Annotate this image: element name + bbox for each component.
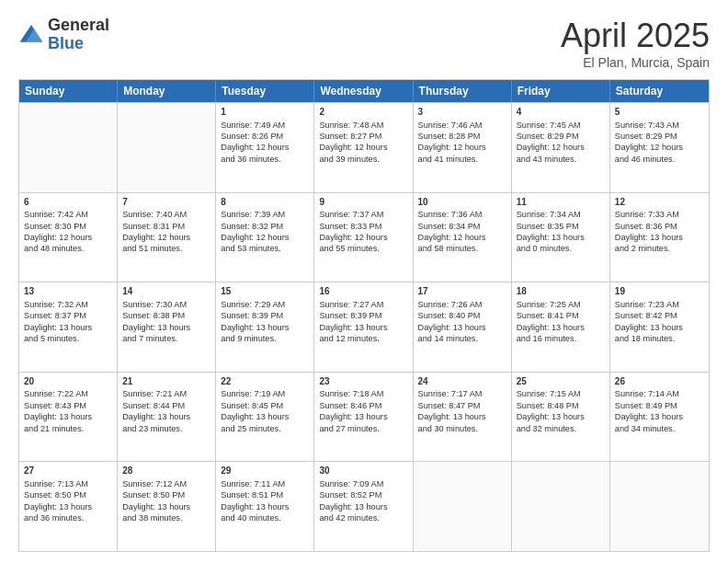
sunset-text: Sunset: 8:43 PM [24, 401, 86, 410]
sunset-text: Sunset: 8:39 PM [319, 311, 381, 320]
sunset-text: Sunset: 8:29 PM [615, 132, 677, 141]
day-number: 8 [221, 196, 309, 209]
daylight-text-2: and 36 minutes. [24, 513, 84, 523]
daylight-text-1: Daylight: 13 hours [319, 323, 387, 332]
sunset-text: Sunset: 8:47 PM [418, 401, 481, 410]
daylight-text-1: Daylight: 12 hours [122, 233, 190, 242]
sunrise-text: Sunrise: 7:49 AM [221, 121, 285, 130]
sunrise-text: Sunrise: 7:36 AM [418, 210, 483, 219]
daylight-text-1: Daylight: 13 hours [24, 323, 92, 332]
sunset-text: Sunset: 8:40 PM [418, 311, 481, 320]
cal-cell-r0-c0 [19, 103, 118, 192]
daylight-text-1: Daylight: 12 hours [221, 233, 289, 242]
day-number: 14 [122, 285, 210, 298]
daylight-text-1: Daylight: 13 hours [319, 502, 387, 511]
daylight-text-1: Daylight: 12 hours [319, 143, 387, 152]
cal-cell-r2-c1: 14Sunrise: 7:30 AMSunset: 8:38 PMDayligh… [118, 282, 216, 372]
cal-cell-r0-c4: 3Sunrise: 7:46 AMSunset: 8:28 PMDaylight… [414, 103, 512, 192]
cal-cell-r3-c3: 23Sunrise: 7:18 AMSunset: 8:46 PMDayligh… [314, 373, 413, 462]
logo-general: General [48, 17, 109, 35]
sunset-text: Sunset: 8:27 PM [319, 132, 381, 141]
day-number: 11 [517, 196, 605, 209]
sunrise-text: Sunrise: 7:12 AM [122, 479, 187, 488]
cal-cell-r4-c1: 28Sunrise: 7:12 AMSunset: 8:50 PMDayligh… [118, 462, 216, 551]
cal-header-monday: Monday [118, 80, 216, 102]
cal-cell-r3-c4: 24Sunrise: 7:17 AMSunset: 8:47 PMDayligh… [414, 373, 512, 462]
daylight-text-2: and 42 minutes. [319, 513, 379, 523]
sunrise-text: Sunrise: 7:37 AM [319, 210, 383, 219]
daylight-text-1: Daylight: 13 hours [517, 323, 585, 332]
day-number: 15 [221, 285, 309, 298]
sunset-text: Sunset: 8:28 PM [418, 132, 481, 141]
main-title: April 2025 [561, 17, 710, 55]
day-number: 24 [418, 375, 506, 388]
daylight-text-2: and 12 minutes. [319, 334, 379, 343]
daylight-text-2: and 7 minutes. [122, 334, 177, 343]
sunrise-text: Sunrise: 7:32 AM [24, 300, 88, 309]
cal-cell-r4-c5 [512, 462, 610, 551]
daylight-text-2: and 9 minutes. [221, 334, 276, 343]
subtitle: El Plan, Murcia, Spain [561, 55, 710, 70]
daylight-text-1: Daylight: 13 hours [517, 233, 585, 242]
daylight-text-1: Daylight: 13 hours [615, 323, 683, 332]
day-number: 18 [517, 285, 605, 298]
daylight-text-2: and 27 minutes. [319, 424, 379, 433]
daylight-text-1: Daylight: 13 hours [418, 323, 486, 332]
day-number: 26 [615, 375, 704, 388]
daylight-text-2: and 43 minutes. [517, 155, 576, 164]
daylight-text-1: Daylight: 13 hours [221, 412, 289, 421]
cal-cell-r3-c1: 21Sunrise: 7:21 AMSunset: 8:44 PMDayligh… [118, 373, 216, 462]
sunset-text: Sunset: 8:39 PM [221, 311, 283, 320]
calendar-body: 1Sunrise: 7:49 AMSunset: 8:26 PMDaylight… [19, 102, 709, 551]
daylight-text-2: and 30 minutes. [418, 424, 478, 433]
logo-icon [18, 22, 44, 48]
daylight-text-1: Daylight: 13 hours [418, 412, 486, 421]
sunrise-text: Sunrise: 7:42 AM [24, 210, 88, 219]
cal-cell-r4-c0: 27Sunrise: 7:13 AMSunset: 8:50 PMDayligh… [19, 462, 118, 551]
sunrise-text: Sunrise: 7:15 AM [517, 389, 581, 398]
sunset-text: Sunset: 8:36 PM [615, 222, 677, 231]
cal-header-thursday: Thursday [414, 80, 512, 102]
daylight-text-2: and 14 minutes. [418, 334, 478, 343]
sunset-text: Sunset: 8:32 PM [221, 222, 283, 231]
sunrise-text: Sunrise: 7:43 AM [615, 121, 679, 130]
cal-cell-r3-c0: 20Sunrise: 7:22 AMSunset: 8:43 PMDayligh… [19, 373, 118, 462]
day-number: 9 [319, 196, 407, 209]
sunset-text: Sunset: 8:33 PM [319, 222, 381, 231]
day-number: 28 [122, 465, 210, 477]
sunrise-text: Sunrise: 7:48 AM [319, 121, 383, 130]
sunset-text: Sunset: 8:41 PM [517, 311, 579, 320]
cal-cell-r1-c4: 10Sunrise: 7:36 AMSunset: 8:34 PMDayligh… [414, 193, 512, 282]
daylight-text-1: Daylight: 12 hours [24, 233, 92, 242]
cal-cell-r0-c2: 1Sunrise: 7:49 AMSunset: 8:26 PMDaylight… [216, 103, 314, 192]
daylight-text-1: Daylight: 13 hours [221, 323, 289, 332]
cal-header-sunday: Sunday [19, 80, 118, 102]
sunrise-text: Sunrise: 7:40 AM [122, 210, 187, 219]
sunset-text: Sunset: 8:49 PM [615, 401, 677, 410]
calendar: SundayMondayTuesdayWednesdayThursdayFrid… [18, 79, 710, 552]
daylight-text-2: and 18 minutes. [615, 334, 675, 343]
sunrise-text: Sunrise: 7:25 AM [517, 300, 581, 309]
daylight-text-1: Daylight: 12 hours [221, 143, 289, 152]
daylight-text-1: Daylight: 13 hours [517, 412, 585, 421]
day-number: 21 [122, 375, 210, 388]
daylight-text-1: Daylight: 12 hours [517, 143, 585, 152]
daylight-text-1: Daylight: 13 hours [615, 233, 683, 242]
day-number: 20 [24, 375, 112, 388]
daylight-text-2: and 39 minutes. [319, 155, 379, 164]
sunrise-text: Sunrise: 7:18 AM [319, 389, 383, 398]
sunset-text: Sunset: 8:42 PM [615, 311, 677, 320]
daylight-text-1: Daylight: 12 hours [319, 233, 387, 242]
daylight-text-1: Daylight: 12 hours [418, 143, 486, 152]
day-number: 12 [615, 196, 704, 209]
day-number: 16 [319, 285, 407, 298]
daylight-text-2: and 5 minutes. [24, 334, 79, 343]
logo-text: General Blue [48, 17, 109, 53]
cal-cell-r2-c3: 16Sunrise: 7:27 AMSunset: 8:39 PMDayligh… [314, 282, 413, 372]
sunset-text: Sunset: 8:51 PM [221, 490, 283, 500]
daylight-text-2: and 41 minutes. [418, 155, 478, 164]
sunset-text: Sunset: 8:37 PM [24, 311, 86, 320]
daylight-text-2: and 2 minutes. [615, 244, 670, 253]
sunrise-text: Sunrise: 7:30 AM [122, 300, 187, 309]
day-number: 6 [24, 196, 112, 209]
